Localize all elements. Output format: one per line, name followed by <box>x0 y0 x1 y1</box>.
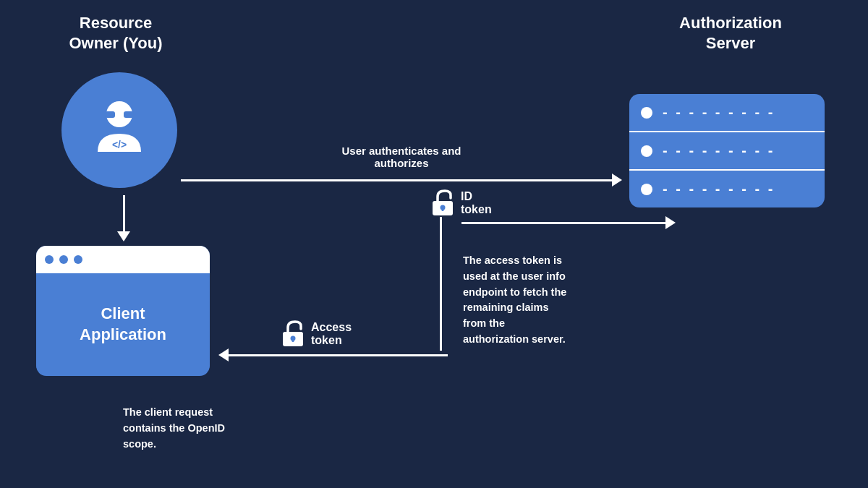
id-token-group: IDtoken <box>430 189 492 217</box>
user-auth-label: User authenticates andauthorizes <box>181 145 622 169</box>
resource-owner-label: ResourceOwner (You) <box>43 13 188 53</box>
auth-server-box: - - - - - - - - - - - - - - - - - - - - … <box>629 94 825 207</box>
auth-dashes-2: - - - - - - - - - <box>663 142 775 159</box>
auth-server-row-3: - - - - - - - - - <box>629 171 825 207</box>
user-circle: </> <box>61 72 177 188</box>
title-bar-dot-1 <box>45 255 54 264</box>
access-token-uses-text: The access token isused at the user info… <box>463 253 658 348</box>
title-bar-dot-2 <box>59 255 68 264</box>
auth-dot-3 <box>641 184 652 195</box>
diagram-container: ResourceOwner (You) </> ClientApplicatio… <box>0 0 868 488</box>
id-token-arrow <box>461 216 676 229</box>
big-l-vertical <box>440 217 442 351</box>
client-app-title-bar <box>36 246 210 273</box>
auth-dashes-1: - - - - - - - - - <box>663 104 775 121</box>
client-app-label: ClientApplication <box>36 273 210 376</box>
access-token-group: Accesstoken <box>281 320 352 348</box>
top-arrow-auth: User authenticates andauthorizes <box>181 145 622 187</box>
svg-text:</>: </> <box>112 139 127 150</box>
access-token-lock-icon <box>281 320 305 348</box>
id-token-arrow-head <box>665 216 676 229</box>
title-bar-dot-3 <box>74 255 82 264</box>
auth-server-label: AuthorizationServer <box>651 13 810 53</box>
access-token-label: Accesstoken <box>311 321 352 347</box>
openid-scope-text: The client requestcontains the OpenIDsco… <box>123 405 282 452</box>
svg-rect-2 <box>124 111 134 118</box>
user-icon: </> <box>83 94 156 166</box>
big-l-horizontal <box>218 348 448 361</box>
auth-server-row-2: - - - - - - - - - <box>629 132 825 171</box>
big-l-horizontal-line <box>229 354 448 356</box>
svg-rect-10 <box>292 338 294 342</box>
client-app-box: ClientApplication <box>36 246 210 376</box>
id-token-lock-icon <box>430 189 455 217</box>
id-token-label: IDtoken <box>461 190 492 216</box>
svg-rect-1 <box>105 111 115 118</box>
down-arrow-user-to-client <box>117 195 130 241</box>
top-arrow-line <box>181 174 622 187</box>
auth-server-row-1: - - - - - - - - - <box>629 94 825 132</box>
big-l-arrow-head <box>218 348 229 361</box>
svg-rect-7 <box>442 207 444 211</box>
auth-dot-2 <box>641 145 652 157</box>
auth-dot-1 <box>641 107 652 119</box>
auth-dashes-3: - - - - - - - - - <box>663 181 775 197</box>
id-token-arrow-line <box>461 222 665 224</box>
